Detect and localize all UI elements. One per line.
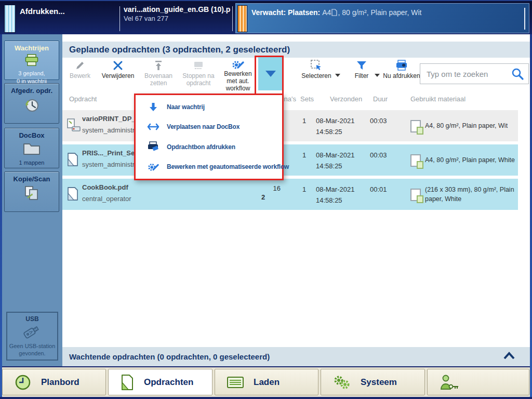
gears-icon <box>332 375 351 390</box>
material-cell: (216 x 303 mm), 80 g/m², Plain paper, Wh… <box>425 185 518 204</box>
chevron-up-icon[interactable] <box>503 352 515 362</box>
usb-panel[interactable]: USB Geen USB-station gevonden. <box>6 312 58 361</box>
edit-with-workflow-button[interactable]: Bewerken met aut. workflow <box>218 58 258 89</box>
filter-dropdown-caret[interactable] <box>373 74 381 81</box>
column-verzonden: Verzonden <box>330 95 362 103</box>
filter-icon <box>356 58 367 73</box>
sidebar-item-label: Afgedr. opdr. <box>5 87 59 95</box>
status-bar: Afdrukken... vari...ation_guide_en.GB (1… <box>0 0 532 34</box>
tab-laden[interactable]: Laden <box>215 369 318 395</box>
edit-button[interactable]: Bewerk <box>65 58 95 89</box>
table-header: Opdracht Pagina's Sets Verzonden Duur Ge… <box>62 91 518 107</box>
printer-icon <box>5 54 59 69</box>
usb-message: Geen USB-station gevonden. <box>7 342 57 357</box>
printing-activity-indicator <box>4 5 16 33</box>
sidebar-item-afgedrukte-opdrachten[interactable]: Afgedr. opdr. <box>4 83 59 124</box>
duration-cell: 00:01 <box>370 185 387 193</box>
material-cell: A4, 80 g/m², Plain paper, White <box>425 151 518 169</box>
tab-opdrachten[interactable]: Opdrachten <box>108 369 212 395</box>
select-dropdown-caret[interactable] <box>334 74 342 81</box>
menu-item-naar-wachtrij[interactable]: Naar wachtrij <box>136 98 282 116</box>
document-green-icon <box>120 374 135 391</box>
menu-item-bewerken-met-workflow[interactable]: Bewerken met geautomatiseerde workflow <box>136 157 282 176</box>
tab-planbord[interactable]: Planbord <box>2 369 106 395</box>
print-now-button[interactable]: Nu afdrukken <box>381 58 422 89</box>
pencil-icon <box>74 58 86 73</box>
clock-icon <box>14 374 32 391</box>
folder-icon <box>5 141 59 158</box>
pages-cell: 162 <box>257 184 281 201</box>
select-label: Selecteren <box>301 73 331 80</box>
workflow-gear-icon <box>231 58 245 71</box>
search-icon[interactable] <box>511 67 524 81</box>
delete-x-icon <box>112 58 124 73</box>
delete-button[interactable]: Verwijderen <box>96 58 140 89</box>
usb-label: USB <box>7 315 57 323</box>
filter-button[interactable]: Filter <box>349 58 374 89</box>
waiting-jobs-header: Wachtende opdrachten (0 opdrachten, 0 ge… <box>69 347 270 366</box>
expected-action-text: Verwacht: Plaatsen:A4, 80 g/m², Plain pa… <box>251 8 421 18</box>
material-sheet-icon <box>410 154 421 167</box>
operator-key-icon <box>439 374 460 391</box>
printing-status: Afdrukken... <box>20 7 65 16</box>
sidebar-item-kopie-scan[interactable]: Kopie/Scan <box>4 171 59 212</box>
stop-after-job-button[interactable]: Stoppen na opdracht <box>180 58 217 89</box>
sets-cell: 1 <box>302 185 306 193</box>
move-to-top-label: Bovenaan zetten <box>142 73 175 87</box>
arrow-down-icon <box>147 102 159 112</box>
edit-label: Bewerk <box>70 73 90 80</box>
document-title: vari...ation_guide_en.GB (10).pdf <box>124 5 231 14</box>
menu-item-verplaatsen-naar-docbox[interactable]: Verplaatsen naar DocBox <box>136 117 282 136</box>
tab-systeem[interactable]: Systeem <box>321 369 425 395</box>
sidebar-item-wachtrijen[interactable]: Wachtrijen 3 gepland, 0 in wachtrij <box>4 41 59 80</box>
chevron-down-icon <box>375 74 380 77</box>
job-ticket-printer-icon <box>147 141 159 153</box>
document-icon <box>66 187 79 203</box>
menu-item-opdrachtbon-afdrukken[interactable]: Opdrachtbon afdrukken <box>136 138 282 156</box>
paper-icon <box>331 9 337 18</box>
sidebar: Wachtrijen 3 gepland, 0 in wachtrij Afge… <box>2 34 62 366</box>
sidebar-item-label: Wachtrijen <box>5 44 59 52</box>
material-cell: A4, 80 g/m², Plain paper, Wit <box>425 116 518 135</box>
delete-label: Verwijderen <box>102 73 135 80</box>
job-owner: central_operator <box>82 195 194 203</box>
search-box <box>420 63 529 84</box>
job-name-cell: CookBook.pdf central_operator <box>82 183 194 203</box>
window-frame <box>0 397 532 399</box>
print-now-icon <box>395 58 408 73</box>
job-row[interactable]: varioPRINT_DP_li system_administra 1 08-… <box>62 110 518 141</box>
sidebar-item-label: Kopie/Scan <box>5 175 59 183</box>
bottom-tab-bar: Planbord Opdrachten Laden Systeem <box>0 366 532 397</box>
material-sheet-icon <box>410 189 421 201</box>
filter-label: Filter <box>355 73 369 80</box>
job-row[interactable]: PRIS..._Print_Serv system_administra 1 0… <box>62 144 518 176</box>
chevron-down-icon <box>265 71 276 77</box>
window-frame <box>530 34 532 399</box>
search-input[interactable] <box>420 70 511 78</box>
document-icon <box>66 152 79 169</box>
sets-cell: 1 <box>302 117 306 125</box>
waiting-jobs-bar[interactable]: Wachtende opdrachten (0 opdrachten, 0 ge… <box>62 347 530 366</box>
more-actions-dropdown-button[interactable] <box>258 57 283 90</box>
section-header: Geplande opdrachten (3 opdrachten, 2 ges… <box>62 42 530 58</box>
divider <box>119 6 120 31</box>
more-actions-menu: Naar wachtrij Verplaatsen naar DocBox Op… <box>134 94 284 180</box>
expected-media: A4 <box>322 8 331 17</box>
job-row[interactable]: CookBook.pdf central_operator 162 1 08-M… <box>62 179 518 210</box>
move-to-top-button[interactable]: Bovenaan zetten <box>142 58 175 89</box>
stop-after-job-icon <box>192 58 205 73</box>
history-icon <box>5 97 59 116</box>
select-button[interactable]: Selecteren <box>297 58 336 89</box>
planned-count: 3 gepland, <box>5 70 59 77</box>
duration-cell: 00:03 <box>370 117 387 125</box>
printing-job-icon <box>66 118 81 135</box>
tab-operator-login[interactable] <box>427 369 529 395</box>
sent-cell: 08-Mar-202114:58:25 <box>316 185 365 204</box>
sets-cell: 1 <box>302 151 306 159</box>
move-horizontal-icon <box>147 123 159 130</box>
divider <box>232 6 233 31</box>
sidebar-item-docbox[interactable]: DocBox 1 mappen <box>4 128 59 168</box>
column-opdracht: Opdracht <box>69 95 97 103</box>
select-area-icon <box>310 58 323 73</box>
usb-stick-icon <box>18 333 46 342</box>
